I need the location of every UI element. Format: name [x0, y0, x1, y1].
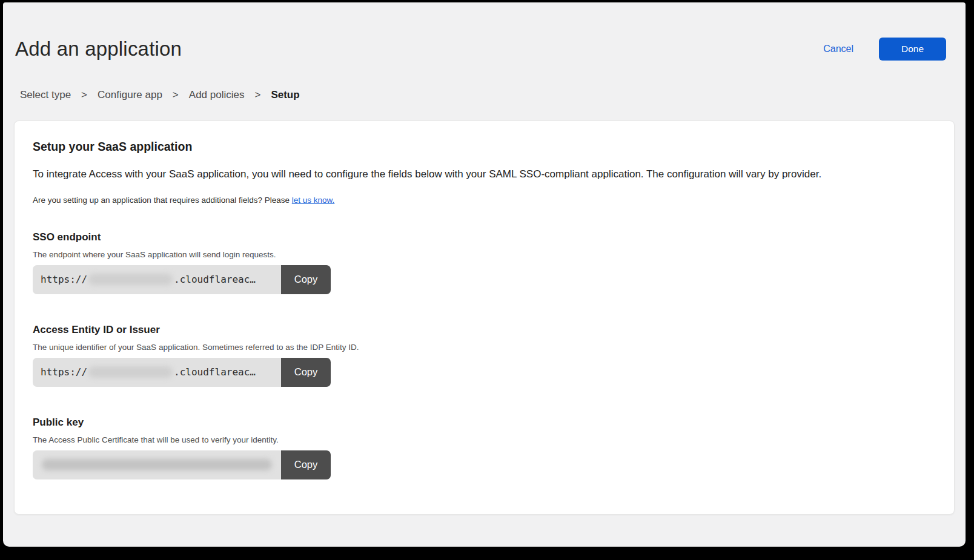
field-public-key: Public key The Access Public Certificate… [33, 417, 936, 479]
breadcrumb-step-select-type[interactable]: Select type [20, 89, 71, 101]
redacted-value [88, 366, 173, 378]
page-title: Add an application [15, 38, 182, 61]
public-key-code-row: Copy [33, 450, 331, 479]
sso-endpoint-value: https:// .cloudflareac… [33, 265, 281, 294]
value-suffix: .cloudflareac… [174, 366, 256, 378]
done-button[interactable]: Done [879, 38, 946, 61]
breadcrumb-separator: > [254, 89, 260, 101]
public-key-copy-button[interactable]: Copy [281, 450, 331, 479]
breadcrumb-separator: > [173, 89, 179, 101]
value-prefix: https:// [41, 366, 87, 378]
page-header: Add an application Cancel Done [3, 2, 966, 61]
breadcrumb-separator: > [81, 89, 87, 101]
field-label: SSO endpoint [33, 231, 936, 243]
access-entity-id-value: https:// .cloudflareac… [33, 358, 281, 387]
card-title: Setup your SaaS application [33, 140, 936, 154]
setup-card: Setup your SaaS application To integrate… [14, 120, 955, 515]
field-label: Access Entity ID or Issuer [33, 324, 936, 336]
field-description: The endpoint where your SaaS application… [33, 250, 936, 259]
card-intro: To integrate Access with your SaaS appli… [33, 168, 936, 182]
sso-endpoint-code-row: https:// .cloudflareac… Copy [33, 265, 331, 294]
sso-endpoint-copy-button[interactable]: Copy [281, 265, 331, 294]
access-entity-id-code-row: https:// .cloudflareac… Copy [33, 358, 331, 387]
breadcrumb-step-add-policies[interactable]: Add policies [189, 89, 245, 101]
value-prefix: https:// [41, 274, 87, 285]
cancel-button[interactable]: Cancel [823, 44, 853, 54]
breadcrumb: Select type > Configure app > Add polici… [3, 89, 966, 101]
header-actions: Cancel Done [823, 38, 946, 61]
field-label: Public key [33, 417, 936, 429]
page: Add an application Cancel Done Select ty… [3, 2, 966, 547]
field-description: The Access Public Certificate that will … [33, 435, 936, 444]
field-description: The unique identifier of your SaaS appli… [33, 343, 936, 352]
value-suffix: .cloudflareac… [174, 274, 256, 285]
access-entity-id-copy-button[interactable]: Copy [281, 358, 331, 387]
redacted-value [42, 459, 272, 470]
public-key-value [33, 450, 281, 479]
let-us-know-link[interactable]: let us know. [292, 196, 335, 205]
redacted-value [88, 274, 173, 285]
breadcrumb-step-configure-app[interactable]: Configure app [98, 89, 162, 101]
card-note: Are you setting up an application that r… [33, 196, 936, 205]
breadcrumb-step-setup: Setup [271, 89, 299, 101]
field-access-entity-id: Access Entity ID or Issuer The unique id… [33, 324, 936, 387]
field-sso-endpoint: SSO endpoint The endpoint where your Saa… [33, 231, 936, 294]
card-note-text: Are you setting up an application that r… [33, 196, 290, 205]
